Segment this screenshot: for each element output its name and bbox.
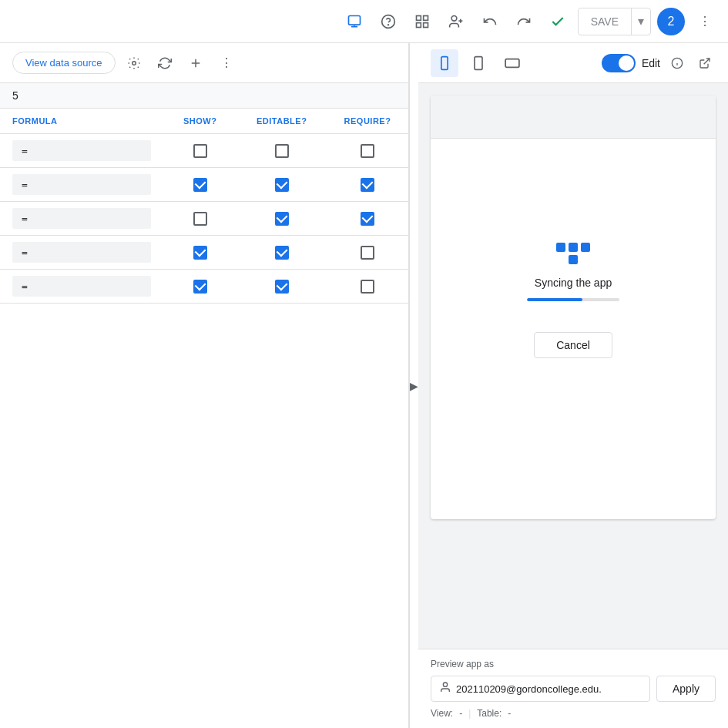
show-cell — [163, 202, 237, 236]
editable-cell — [237, 134, 327, 168]
undo-icon[interactable] — [476, 8, 504, 35]
svg-point-9 — [451, 15, 457, 21]
add-icon[interactable] — [183, 51, 208, 75]
show-checkbox[interactable] — [193, 144, 207, 158]
dot-1 — [556, 243, 565, 252]
svg-point-12 — [132, 61, 136, 65]
edit-info-icon[interactable] — [666, 52, 688, 74]
tablet-portrait-device-icon[interactable] — [465, 49, 492, 77]
editable-checkbox[interactable] — [275, 280, 289, 294]
right-panel: Edit — [418, 43, 728, 728]
save-label: SAVE — [579, 8, 632, 35]
save-dropdown-arrow[interactable]: ▾ — [632, 8, 650, 35]
table-row: = — [0, 202, 408, 236]
tablet-landscape-device-icon[interactable] — [498, 49, 526, 77]
preview-footer: Preview app as 202110209@gordoncollege.e… — [418, 649, 728, 728]
editable-checkbox[interactable] — [275, 144, 289, 158]
col-header-formula: FORMULA — [0, 109, 163, 134]
row-count-cell: 5 — [0, 83, 163, 109]
svg-line-24 — [704, 59, 710, 64]
require-checkbox[interactable] — [361, 144, 374, 158]
col-header-show: SHOW? — [163, 109, 237, 134]
table-row: = — [0, 270, 408, 304]
show-checkbox[interactable] — [193, 178, 207, 192]
dot-3 — [581, 243, 590, 252]
dot-6-empty — [581, 255, 590, 264]
svg-rect-0 — [348, 15, 360, 25]
show-cell — [163, 270, 237, 304]
editable-checkbox[interactable] — [275, 246, 289, 260]
syncing-text: Syncing the app — [535, 277, 612, 289]
show-checkbox[interactable] — [193, 212, 207, 226]
email-row: 202110209@gordoncollege.edu. Apply — [431, 676, 716, 702]
preview-app-as-label: Preview app as — [431, 659, 716, 669]
syncing-dots-icon — [556, 243, 590, 264]
editable-checkbox[interactable] — [275, 178, 289, 192]
svg-rect-8 — [423, 22, 428, 27]
more-options-secondary-icon[interactable]: ⋮ — [214, 51, 239, 75]
email-input-wrapper[interactable]: 202110209@gordoncollege.edu. — [431, 676, 650, 702]
view-table-row: View: - | Table: - — [431, 708, 716, 719]
more-options-icon[interactable]: ⋮ — [691, 8, 719, 35]
require-cell — [327, 202, 408, 236]
show-cell — [163, 134, 237, 168]
toggle-knob — [619, 55, 634, 71]
save-button[interactable]: SAVE ▾ — [578, 8, 651, 35]
require-checkbox[interactable] — [361, 246, 374, 260]
email-value: 202110209@gordoncollege.edu. — [456, 683, 602, 695]
table-value: - — [508, 708, 511, 719]
apply-button[interactable]: Apply — [656, 676, 716, 702]
svg-rect-15 — [441, 56, 448, 69]
preview-icon[interactable] — [341, 8, 368, 35]
check-icon[interactable] — [544, 8, 572, 35]
dot-5 — [569, 255, 578, 264]
help-icon[interactable] — [374, 8, 402, 35]
refresh-icon[interactable] — [153, 51, 177, 75]
person-icon — [439, 681, 451, 696]
editable-checkbox[interactable] — [275, 212, 289, 226]
require-cell — [327, 236, 408, 270]
require-cell — [327, 134, 408, 168]
svg-rect-17 — [475, 56, 482, 69]
show-checkbox[interactable] — [193, 280, 207, 294]
svg-point-25 — [443, 683, 447, 686]
show-cell — [163, 236, 237, 270]
formula-cell: = — [0, 270, 163, 304]
view-value: - — [459, 708, 462, 719]
table-label: Table: — [477, 708, 502, 719]
formula-cell: = — [0, 168, 163, 202]
settings-icon[interactable] — [122, 51, 146, 75]
grid-icon[interactable] — [408, 8, 436, 35]
secondary-toolbar: View data source ⋮ — [0, 43, 408, 83]
show-cell — [163, 168, 237, 202]
mobile-device-icon[interactable] — [431, 49, 458, 77]
svg-point-4 — [387, 24, 388, 25]
right-toolbar: Edit — [418, 43, 728, 83]
external-link-icon[interactable] — [694, 52, 716, 74]
require-checkbox[interactable] — [361, 178, 374, 192]
show-checkbox[interactable] — [193, 246, 207, 260]
formula-cell: = — [0, 202, 163, 236]
avatar[interactable]: 2 — [657, 8, 685, 35]
editable-cell — [237, 168, 327, 202]
phone-frame: Syncing the app Cancel — [431, 96, 716, 519]
cancel-button[interactable]: Cancel — [534, 332, 612, 358]
col-header-require: REQUIRE? — [327, 109, 408, 134]
require-checkbox[interactable] — [361, 212, 374, 226]
require-checkbox[interactable] — [361, 280, 374, 294]
left-panel: View data source ⋮ 5 — [0, 43, 409, 728]
editable-cell — [237, 236, 327, 270]
dot-4-empty — [556, 255, 565, 264]
redo-icon[interactable] — [510, 8, 538, 35]
svg-rect-19 — [505, 59, 519, 67]
edit-toggle[interactable] — [602, 54, 636, 72]
progress-bar-fill — [527, 298, 582, 301]
add-user-icon[interactable] — [442, 8, 470, 35]
view-data-source-button[interactable]: View data source — [12, 52, 116, 74]
progress-bar — [527, 298, 619, 301]
panel-divider[interactable]: ▶ — [409, 43, 418, 728]
view-label: View: — [431, 708, 453, 719]
main-layout: View data source ⋮ 5 — [0, 43, 728, 728]
collapse-arrow: ▶ — [410, 380, 418, 392]
data-table: 5 FORMULA SHOW? EDITABLE? REQUIRE? ===== — [0, 83, 408, 304]
